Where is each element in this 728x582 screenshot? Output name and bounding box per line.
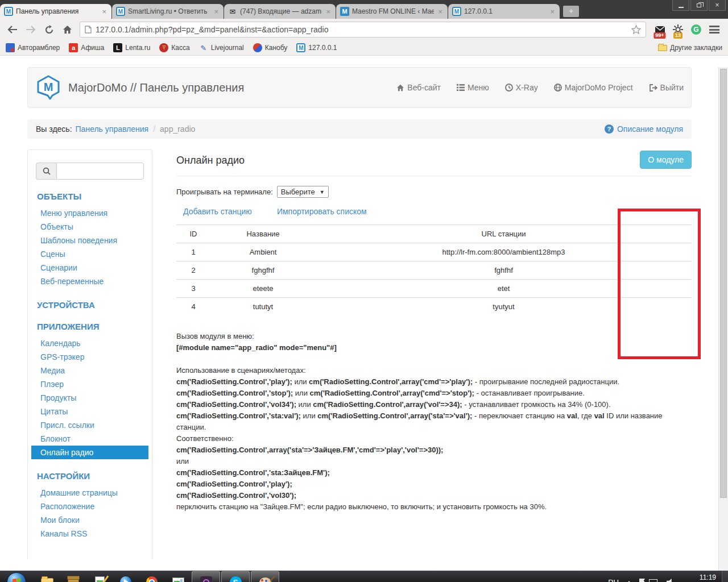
taskbar-explorer-button[interactable] bbox=[34, 571, 60, 582]
terminal-select[interactable]: Выберите ▼ bbox=[277, 186, 329, 198]
adblock-extension-button[interactable]: G bbox=[689, 22, 703, 37]
bookmark-label: Авторамблер bbox=[18, 44, 60, 52]
other-bookmarks-button[interactable]: Другие закладки bbox=[658, 44, 722, 52]
sidebar-item[interactable]: Сцены bbox=[31, 247, 148, 261]
sidebar-item[interactable]: Объекты bbox=[31, 220, 148, 234]
sidebar-item[interactable]: Каналы RSS bbox=[31, 527, 148, 541]
reload-button[interactable] bbox=[41, 22, 57, 38]
bookmark-item[interactable]: Авторамблер bbox=[6, 43, 60, 52]
page-content: M MajorDoMo // Панель управления Веб-сай… bbox=[0, 67, 728, 571]
minimize-button[interactable] bbox=[672, 0, 689, 11]
table-cell: 3 bbox=[176, 280, 210, 298]
forward-button[interactable] bbox=[23, 22, 39, 38]
browser-tab[interactable]: MПанель управления× bbox=[0, 4, 111, 19]
kassa-favicon-icon: ₸ bbox=[159, 43, 168, 52]
volume-icon[interactable] bbox=[667, 579, 674, 582]
sidebar-item[interactable]: Домашние страницы bbox=[31, 486, 148, 500]
taskbar-mediaplayer-button[interactable] bbox=[113, 571, 139, 582]
sidebar-item[interactable]: GPS-трэкер bbox=[31, 350, 148, 364]
browser-tab[interactable]: MSmartLiving.ru • Ответить× bbox=[112, 4, 224, 19]
sidebar-item[interactable]: Меню управления bbox=[31, 206, 148, 220]
sidebar-item[interactable]: Мои блоки bbox=[31, 513, 148, 527]
sidebar-item[interactable]: Веб-переменные bbox=[31, 275, 148, 288]
taskbar-archive-button[interactable] bbox=[60, 571, 86, 582]
sidebar-item[interactable]: Цитаты bbox=[31, 405, 148, 418]
clock-icon bbox=[505, 84, 513, 92]
docs-line: cm('RadioSetting.Control','stop'); или c… bbox=[176, 388, 692, 399]
docs-text: cm('RadioSetting.Control',array('sta'=>'… bbox=[317, 411, 472, 420]
browser-tab[interactable]: ✉(747) Входящие — adzam@× bbox=[224, 4, 336, 19]
nav-menu[interactable]: Меню bbox=[457, 83, 489, 92]
bookmark-star-icon[interactable] bbox=[631, 25, 641, 34]
bookmark-item[interactable]: Канобу bbox=[253, 43, 288, 52]
close-button[interactable]: × bbox=[709, 0, 726, 11]
sidebar-item[interactable]: Присл. ссылки bbox=[31, 418, 148, 432]
sidebar-item[interactable]: Шаблоны поведения bbox=[31, 234, 148, 247]
show-desktop-button[interactable] bbox=[722, 571, 728, 582]
start-button[interactable] bbox=[7, 572, 26, 582]
maestro-favicon-icon: M bbox=[340, 7, 349, 16]
browser-tab[interactable]: M127.0.0.1× bbox=[448, 4, 560, 19]
bookmark-item[interactable]: aАфиша bbox=[69, 43, 104, 52]
docs-text: cm('RadioSetting.Control',array('cmd'=>'… bbox=[310, 389, 474, 397]
taskbar-notes-button[interactable] bbox=[86, 571, 113, 582]
tab-close-icon[interactable]: × bbox=[325, 7, 332, 16]
bookmark-item[interactable]: ✎Livejournal bbox=[199, 43, 244, 52]
taskbar-imageviewer-button[interactable] bbox=[165, 571, 191, 582]
about-module-button[interactable]: О модуле bbox=[640, 151, 692, 169]
bookmark-item[interactable]: M127.0.0.1 bbox=[296, 43, 337, 52]
clock[interactable]: 11:19 14.10.2014 bbox=[682, 573, 716, 582]
terminal-select-value: Выберите bbox=[281, 188, 315, 196]
address-bar[interactable]: 127.0.0.1/admin.php?pd=pz_&md=panel&inst… bbox=[80, 22, 646, 38]
sidebar-item[interactable]: Сценарии bbox=[31, 261, 148, 275]
restore-button[interactable] bbox=[690, 0, 708, 11]
sidebar-item[interactable]: Календарь bbox=[31, 336, 148, 350]
table-cell: fghgfhf bbox=[210, 261, 316, 280]
new-tab-button[interactable]: + bbox=[563, 6, 579, 17]
settings-extension-button[interactable]: 13 bbox=[671, 22, 685, 37]
nav-project[interactable]: MajorDoMo Project bbox=[554, 83, 633, 92]
taskbar-chrome-button[interactable] bbox=[139, 571, 165, 582]
page-scrollbar[interactable] bbox=[718, 67, 728, 571]
rambler-favicon-icon bbox=[6, 43, 15, 52]
language-indicator[interactable]: RU bbox=[608, 578, 619, 582]
docs-text: - останавливает проигрывание. bbox=[474, 389, 585, 397]
search-button[interactable] bbox=[36, 163, 56, 180]
tab-close-icon[interactable]: × bbox=[213, 7, 220, 16]
nav-website[interactable]: Веб-сайт bbox=[396, 83, 441, 92]
scrollbar-thumb[interactable] bbox=[720, 69, 727, 498]
action-center-flag-icon[interactable] bbox=[639, 579, 640, 582]
browser-tab[interactable]: MMaestro FM ONLINE ‹ Maes× bbox=[336, 4, 448, 19]
mail-extension-button[interactable]: 99+ bbox=[653, 22, 667, 37]
module-description-link[interactable]: ? Описание модуля bbox=[605, 124, 683, 134]
add-station-link[interactable]: Добавить станцию bbox=[183, 207, 252, 216]
sidebar-item-active[interactable]: Онлайн радио bbox=[31, 446, 148, 459]
bookmark-item[interactable]: ₸Касса bbox=[159, 43, 189, 52]
breadcrumb-link-panel[interactable]: Панель управления bbox=[76, 124, 149, 134]
tab-close-icon[interactable]: × bbox=[549, 7, 556, 16]
bookmark-item[interactable]: LLenta.ru bbox=[113, 43, 150, 52]
nav-logout[interactable]: Выйти bbox=[649, 83, 684, 92]
chrome-menu-button[interactable] bbox=[708, 22, 721, 37]
taskbar-purple-app-button[interactable] bbox=[192, 571, 220, 582]
nav-xray[interactable]: X-Ray bbox=[505, 83, 538, 92]
windows-taskbar: S 1 RU 11:19 14.10.2014 bbox=[0, 571, 728, 582]
import-list-link[interactable]: Импортировать списком bbox=[277, 207, 367, 216]
taskbar-paint-button[interactable] bbox=[251, 571, 279, 582]
search-input[interactable] bbox=[56, 163, 144, 180]
docs-text: Использование в сценариях/методах: bbox=[176, 366, 306, 375]
network-icon[interactable] bbox=[649, 579, 657, 582]
taskbar-skype-button[interactable]: S 1 bbox=[221, 571, 250, 582]
sidebar-item[interactable]: Расположение bbox=[31, 500, 148, 513]
table-row: 3eteeteetet bbox=[176, 280, 692, 298]
tab-close-icon[interactable]: × bbox=[437, 7, 444, 16]
sidebar-item[interactable]: Продукты bbox=[31, 391, 148, 405]
sidebar-item[interactable]: Блокнот bbox=[31, 432, 148, 446]
back-button[interactable] bbox=[5, 22, 20, 38]
sidebar-item[interactable]: Плэер bbox=[31, 377, 148, 391]
home-button[interactable] bbox=[59, 22, 75, 38]
docs-text: или bbox=[293, 389, 309, 397]
table-column-header: URL станции bbox=[316, 225, 692, 243]
tab-close-icon[interactable]: × bbox=[101, 7, 107, 16]
sidebar-item[interactable]: Медиа bbox=[31, 364, 148, 377]
